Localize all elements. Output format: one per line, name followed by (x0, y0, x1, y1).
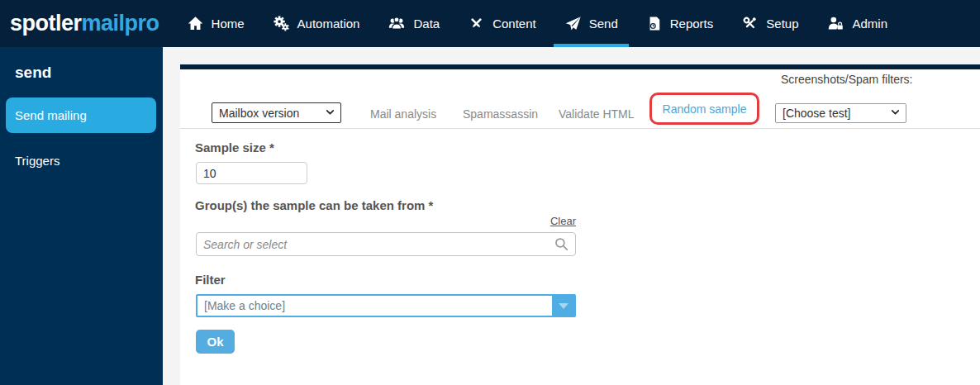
sidebar-title: send (15, 64, 163, 82)
nav-item-data[interactable]: Data (373, 0, 454, 47)
sidebar-item-send-mailing[interactable]: Send mailing (6, 97, 156, 133)
main-nav: Home (173, 0, 902, 47)
main-area: Mailbox version Mail analysis Spamassass… (163, 47, 980, 385)
nav-item-label: Send (589, 17, 618, 31)
mailbox-version-value: Mailbox version (219, 107, 325, 120)
brand-logo[interactable]: spotlermailpro (10, 11, 159, 36)
dropdown-arrow-icon (559, 303, 568, 309)
nav-item-label: Content (492, 17, 536, 31)
mailbox-version-select[interactable]: Mailbox version (212, 102, 341, 123)
test-tabs-row: Mailbox version Mail analysis Spamassass… (180, 69, 980, 129)
nav-item-reports[interactable]: Reports (632, 0, 728, 47)
nav-item-setup[interactable]: Setup (727, 0, 812, 47)
group-search-box (196, 232, 576, 256)
gears-icon (273, 15, 290, 32)
paper-plane-icon (564, 15, 582, 32)
nav-item-label: Setup (766, 17, 798, 31)
screenshots-spam-filters-label: Screenshots/Spam filters: (781, 73, 913, 86)
people-icon (388, 15, 406, 32)
tab-spamassassin[interactable]: Spamassassin (463, 107, 538, 121)
nav-item-label: Automation (297, 17, 360, 31)
nav-item-label: Reports (670, 17, 714, 31)
nav-item-content[interactable]: Content (454, 0, 550, 47)
sidebar-item-label: Send mailing (15, 108, 87, 122)
logo-text-primary: spotler (10, 11, 82, 36)
nav-item-label: Data (413, 17, 440, 31)
content-panel: Mailbox version Mail analysis Spamassass… (180, 64, 980, 385)
tools-icon (741, 15, 759, 32)
clear-link[interactable]: Clear (550, 215, 576, 227)
sidebar-item-label: Triggers (15, 154, 59, 168)
nav-item-label: Home (212, 17, 245, 31)
search-icon[interactable] (554, 236, 569, 252)
filter-dropdown[interactable]: [Make a choice] (196, 294, 576, 317)
filter-dropdown-button[interactable] (551, 296, 574, 316)
clear-row: Clear (196, 215, 576, 227)
groups-label: Group(s) the sample can be taken from * (195, 198, 433, 212)
group-search-input[interactable] (197, 238, 554, 251)
sample-size-label: Sample size * (195, 140, 274, 154)
filter-label: Filter (195, 273, 226, 287)
chevron-down-icon (890, 107, 901, 120)
logo-text-secondary: mailpro (82, 11, 159, 36)
tab-validate-html[interactable]: Validate HTML (559, 107, 635, 121)
red-annotation-box: Random sample (649, 93, 759, 125)
sample-size-input[interactable] (196, 162, 307, 184)
nav-item-admin[interactable]: Admin (812, 0, 902, 47)
nav-item-label: Admin (852, 17, 887, 31)
tab-random-sample[interactable]: Random sample (663, 102, 747, 116)
sidebar-item-triggers[interactable]: Triggers (0, 143, 156, 178)
nav-item-send[interactable]: Send (550, 0, 632, 47)
tab-mail-analysis[interactable]: Mail analysis (370, 107, 436, 121)
report-icon (646, 15, 663, 32)
nav-item-home[interactable]: Home (173, 0, 259, 47)
choose-test-select[interactable]: [Choose test] (775, 103, 906, 123)
sidebar: send Send mailing Triggers (0, 47, 163, 385)
active-nav-underline (554, 44, 629, 47)
ok-button[interactable]: Ok (196, 330, 235, 354)
top-navbar: spotlermailpro Home (0, 0, 980, 47)
chevron-down-icon (325, 107, 335, 120)
nav-item-automation[interactable]: Automation (259, 0, 374, 47)
pens-icon (468, 15, 485, 32)
user-lock-icon (826, 15, 844, 32)
filter-dropdown-value: [Make a choice] (197, 296, 551, 316)
home-icon (187, 15, 204, 32)
choose-test-value: [Choose test] (783, 107, 890, 120)
